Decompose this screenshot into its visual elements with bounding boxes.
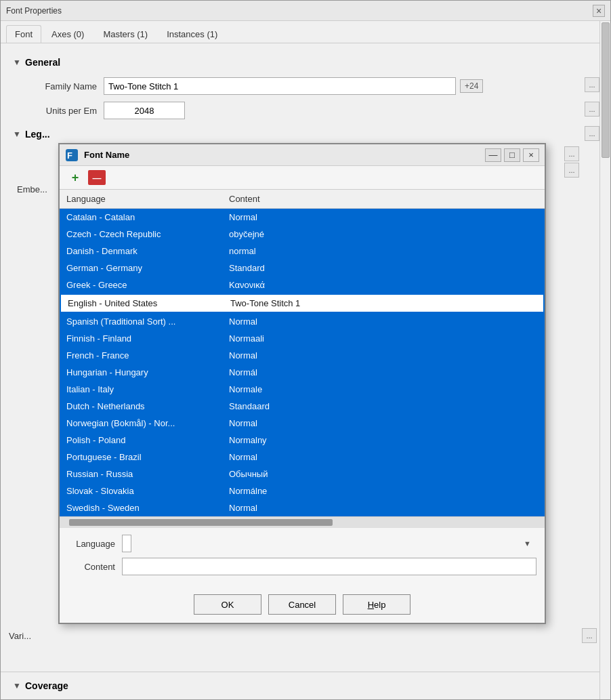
content-field-row: Content — [68, 558, 536, 575]
tab-axes[interactable]: Axes (0) — [43, 25, 93, 43]
tab-bar: Font Axes (0) Masters (1) Instances (1) — [1, 21, 610, 43]
tab-masters[interactable]: Masters (1) — [94, 25, 156, 43]
modal-title: Font Name — [84, 150, 129, 160]
cell-content: Normal — [222, 416, 545, 430]
add-language-button[interactable]: + — [66, 170, 84, 185]
language-select[interactable] — [122, 535, 131, 552]
vari-label: Vari... — [9, 631, 31, 641]
cell-content: Normal — [222, 210, 545, 224]
ok-button[interactable]: OK — [194, 594, 261, 615]
modal-minimize-button[interactable]: — — [485, 148, 501, 162]
table-row[interactable]: French - FranceNormal — [60, 347, 545, 364]
cell-content: Standard — [222, 261, 545, 275]
table-row[interactable]: Czech - Czech Republicobyčejné — [60, 226, 545, 243]
table-row[interactable]: Russian - RussiaОбычный — [60, 466, 545, 482]
cell-language: German - Germany — [60, 261, 222, 275]
family-name-side-btn[interactable]: ... — [585, 77, 599, 92]
table-header: Language Content — [60, 190, 545, 209]
modal-close-button[interactable]: × — [523, 148, 539, 162]
font-name-dialog: F Font Name — □ × + — Language Content — [58, 143, 546, 624]
row-side-btn-3[interactable]: ... — [564, 163, 579, 178]
cell-language: Dutch - Netherlands — [60, 399, 222, 413]
table-row[interactable]: Spanish (Traditional Sort) ...Normal — [60, 313, 545, 330]
cell-language: Czech - Czech Republic — [60, 227, 222, 241]
table-row[interactable]: Hungarian - HungaryNormál — [60, 364, 545, 381]
cell-content: Two-Tone Stitch 1 — [224, 296, 543, 310]
cell-content: Normale — [222, 382, 545, 396]
coverage-section-title: Coverage — [25, 680, 68, 691]
h-scroll-thumb[interactable] — [69, 519, 333, 526]
table-row[interactable]: Danish - Denmarknormal — [60, 243, 545, 260]
cell-content: Normál — [222, 365, 545, 379]
table-row[interactable]: Swedish - SwedenNormal — [60, 499, 545, 516]
table-row[interactable]: Catalan - CatalanNormal — [60, 209, 545, 226]
table-row[interactable]: Finnish - FinlandNormaali — [60, 330, 545, 347]
units-per-em-input[interactable] — [104, 102, 185, 119]
horizontal-scrollbar[interactable] — [60, 516, 545, 527]
content-input[interactable] — [122, 558, 536, 575]
coverage-section: ▼ Coverage — [1, 672, 599, 699]
tab-font[interactable]: Font — [6, 25, 41, 43]
font-properties-window: Font Properties × Font Axes (0) Masters … — [0, 0, 611, 700]
outer-scrollbar[interactable] — [599, 21, 610, 699]
general-section-title: General — [25, 57, 60, 68]
cell-content: Normal — [222, 348, 545, 363]
family-name-badge[interactable]: +24 — [460, 79, 483, 93]
remove-language-button[interactable]: — — [88, 170, 106, 185]
legend-side-btn-1[interactable]: ... — [585, 126, 599, 141]
outer-scroll-thumb[interactable] — [602, 22, 610, 158]
col-header-content: Content — [222, 192, 545, 205]
modal-maximize-button[interactable]: □ — [504, 148, 520, 162]
cell-content: Normálne — [222, 484, 545, 498]
help-button[interactable]: Help — [343, 594, 410, 615]
bottom-fields: Language ▼ Content — [60, 527, 545, 588]
general-collapse-arrow[interactable]: ▼ — [9, 54, 25, 70]
language-select-wrapper: ▼ — [122, 535, 536, 552]
cell-language: Norwegian (Bokmål) - Nor... — [60, 416, 222, 430]
cell-language: Russian - Russia — [60, 467, 222, 481]
cell-content: Обычный — [222, 467, 545, 481]
table-row[interactable]: Norwegian (Bokmål) - Nor...Normal — [60, 415, 545, 432]
table-row[interactable]: Dutch - NetherlandsStandaard — [60, 398, 545, 415]
table-row[interactable]: Greek - GreeceΚανονικά — [60, 276, 545, 293]
table-container: Catalan - CatalanNormalCzech - Czech Rep… — [60, 209, 545, 516]
table-row[interactable]: Italian - ItalyNormale — [60, 381, 545, 398]
legend-collapse-arrow[interactable]: ▼ — [9, 126, 25, 142]
cell-content: Normal — [222, 450, 545, 464]
table-row[interactable]: Slovak - SlovakiaNormálne — [60, 482, 545, 499]
family-name-label: Family Name — [16, 81, 104, 91]
table-scroll-area[interactable]: Catalan - CatalanNormalCzech - Czech Rep… — [60, 209, 545, 516]
cell-language: Italian - Italy — [60, 382, 222, 396]
table-row[interactable]: English - United StatesTwo-Tone Stitch 1 — [60, 293, 545, 313]
outer-title: Font Properties — [6, 6, 62, 16]
modal-titlebar: F Font Name — □ × — [60, 144, 545, 166]
coverage-collapse-arrow[interactable]: ▼ — [9, 678, 25, 694]
modal-toolbar: + — — [60, 166, 545, 190]
language-select-arrow: ▼ — [524, 539, 531, 548]
modal-title-left: F Font Name — [65, 148, 129, 162]
cell-language: Spanish (Traditional Sort) ... — [60, 314, 222, 329]
legend-section-title: Leg... — [25, 129, 50, 140]
units-side-btn[interactable]: ... — [585, 102, 599, 117]
cell-content: Standaard — [222, 399, 545, 413]
language-field-label: Language — [68, 539, 122, 549]
cell-language: Slovak - Slovakia — [60, 484, 222, 498]
vari-side-btn[interactable]: ... — [582, 628, 597, 643]
table-row[interactable]: Polish - PolandNormalny — [60, 432, 545, 449]
table-row[interactable]: German - GermanyStandard — [60, 260, 545, 276]
row-side-btn-2[interactable]: ... — [564, 146, 579, 161]
cell-content: Normal — [222, 501, 545, 515]
content-field-label: Content — [68, 562, 122, 572]
cell-content: Κανονικά — [222, 278, 545, 292]
table-row[interactable]: Portuguese - BrazilNormal — [60, 449, 545, 466]
cell-language: Greek - Greece — [60, 278, 222, 292]
outer-close-button[interactable]: × — [593, 5, 605, 17]
cell-content: Normal — [222, 314, 545, 329]
family-name-input[interactable] — [104, 77, 456, 95]
tab-instances[interactable]: Instances (1) — [158, 25, 226, 43]
cell-language: French - France — [60, 348, 222, 363]
cancel-button[interactable]: Cancel — [268, 594, 336, 615]
general-section-header: ▼ General — [9, 54, 602, 70]
cell-content: obyčejné — [222, 227, 545, 241]
col-header-language: Language — [60, 192, 222, 205]
